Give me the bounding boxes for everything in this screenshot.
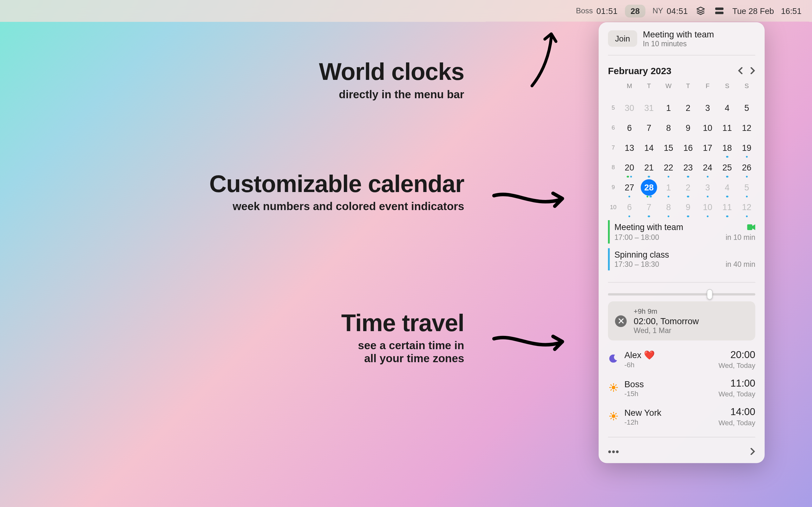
event-dots <box>707 215 709 217</box>
event-dots <box>628 195 630 198</box>
calendar-day[interactable]: 18 <box>722 138 732 157</box>
calendar-day[interactable]: 15 <box>664 138 673 157</box>
world-clock-boss[interactable]: Boss 01:51 <box>576 6 618 15</box>
prev-month-button[interactable] <box>738 66 743 76</box>
timezone-row[interactable]: New York-12h14:00Wed, Today <box>608 402 755 431</box>
event-item[interactable]: Meeting with team17:00 – 18:00in 10 min <box>608 220 755 244</box>
event-relative: in 40 min <box>726 261 756 269</box>
week-number: 7 <box>607 138 620 156</box>
calendar-day[interactable]: 10 <box>703 118 712 137</box>
calendar-day[interactable]: 6 <box>627 118 632 137</box>
next-event-sub: In 10 minutes <box>643 40 714 48</box>
video-icon <box>747 222 755 232</box>
menu-time[interactable]: 16:51 <box>781 6 802 15</box>
calendar-day[interactable]: 1 <box>666 99 671 117</box>
calendar-day[interactable]: 22 <box>664 158 673 177</box>
timezone-row[interactable]: Alex ❤️-6h20:00Wed, Today <box>608 345 755 374</box>
server-icon[interactable] <box>714 5 725 17</box>
event-item[interactable]: Spinning class17:30 – 18:30in 40 min <box>608 248 755 270</box>
chevron-right-icon[interactable] <box>750 447 756 457</box>
calendar-day[interactable]: 2 <box>686 99 691 117</box>
calendar-day[interactable]: 5 <box>745 99 749 117</box>
calendar-day[interactable]: 31 <box>644 99 654 117</box>
svg-line-17 <box>611 413 611 414</box>
annotation-title: World clocks <box>319 58 464 86</box>
week-number: 9 <box>607 178 620 195</box>
calendar-day[interactable]: 10 <box>703 198 712 217</box>
time-travel-slider[interactable] <box>599 288 764 301</box>
menu-date-badge[interactable]: 28 <box>625 4 646 17</box>
calendar-day[interactable]: 24 <box>703 158 712 177</box>
divider <box>608 55 755 55</box>
event-relative: in 10 min <box>726 233 756 242</box>
next-month-button[interactable] <box>750 66 756 76</box>
annotation-time-travel: Time travel see a certain time in all yo… <box>341 309 464 365</box>
calendar-day[interactable]: 17 <box>703 138 712 157</box>
calendar-day[interactable]: 11 <box>722 198 732 217</box>
tz-time: 14:00 <box>718 406 755 418</box>
tz-name: Alex ❤️ <box>624 350 655 360</box>
week-number: 6 <box>607 118 620 136</box>
more-button[interactable]: ••• <box>608 447 620 457</box>
calendar-day[interactable]: 2 <box>686 178 691 197</box>
time-travel-card: +9h 9m 02:00, Tomorrow Wed, 1 Mar <box>608 301 755 340</box>
calendar-day[interactable]: 5 <box>745 178 749 197</box>
calendar-day[interactable]: 27 <box>625 178 635 197</box>
menu-date[interactable]: Tue 28 Feb <box>732 6 774 15</box>
timezone-list: Alex ❤️-6h20:00Wed, TodayBoss-15h11:00We… <box>599 340 764 431</box>
slider-thumb[interactable] <box>707 289 712 299</box>
moon-icon <box>608 354 618 364</box>
calendar-day[interactable]: 11 <box>722 118 732 137</box>
event-dots <box>667 176 669 177</box>
timezone-row[interactable]: Boss-15h11:00Wed, Today <box>608 374 755 402</box>
calendar-day[interactable]: 28 <box>641 179 657 196</box>
calendar-day[interactable]: 8 <box>666 198 671 217</box>
event-title: Meeting with team <box>614 222 683 232</box>
calendar-day[interactable]: 20 <box>625 158 635 177</box>
calendar-day[interactable]: 1 <box>666 178 671 197</box>
calendar-day[interactable]: 8 <box>666 118 671 137</box>
tz-time: 20:00 <box>718 349 755 361</box>
close-icon[interactable] <box>615 315 627 327</box>
divider <box>608 437 755 438</box>
event-dots <box>726 156 728 158</box>
calendar-day[interactable]: 12 <box>742 118 751 137</box>
event-time: 17:30 – 18:30 <box>614 261 659 269</box>
calendar-day[interactable]: 14 <box>644 138 654 157</box>
calendar-day-header: S <box>737 80 757 97</box>
calendar-day[interactable]: 23 <box>683 158 693 177</box>
calendar-day[interactable]: 9 <box>686 198 691 217</box>
tz-sub: Wed, Today <box>718 361 755 370</box>
annotation-sub: see a certain time in <box>341 339 464 352</box>
annotation-world-clocks: World clocks directly in the menu bar <box>319 58 464 101</box>
annotation-title: Time travel <box>341 309 464 337</box>
calendar-day[interactable]: 7 <box>647 198 652 217</box>
calendar-day[interactable]: 6 <box>627 198 632 217</box>
join-button[interactable]: Join <box>608 31 637 47</box>
calendar-day-header: F <box>698 80 717 97</box>
event-dots <box>687 215 689 217</box>
stack-icon[interactable] <box>695 5 707 17</box>
calendar-day[interactable]: 4 <box>725 178 729 197</box>
menu-bar: Boss 01:51 28 NY 04:51 Tue 28 Feb 16:51 <box>0 0 812 21</box>
calendar-day[interactable]: 12 <box>742 198 751 217</box>
calendar-day[interactable]: 13 <box>625 138 635 157</box>
calendar-day[interactable]: 3 <box>705 178 710 197</box>
calendar-day[interactable]: 30 <box>625 99 635 117</box>
calendar-day[interactable]: 21 <box>644 158 654 177</box>
calendar-day-header: T <box>639 80 659 97</box>
calendar-day[interactable]: 4 <box>725 99 729 117</box>
svg-line-10 <box>611 389 611 390</box>
calendar-day[interactable]: 9 <box>686 118 691 137</box>
calendar-day[interactable]: 26 <box>742 158 751 177</box>
world-clock-ny[interactable]: NY 04:51 <box>653 6 688 15</box>
calendar-day[interactable]: 19 <box>742 138 751 157</box>
arrow-icon <box>491 187 567 210</box>
calendar-day[interactable]: 25 <box>722 158 732 177</box>
calendar-day[interactable]: 7 <box>647 118 652 137</box>
svg-rect-0 <box>715 8 723 10</box>
tt-time: 02:00, Tomorrow <box>634 316 699 326</box>
calendar-day[interactable]: 3 <box>705 99 710 117</box>
week-number: 8 <box>607 158 620 176</box>
calendar-day[interactable]: 16 <box>683 138 693 157</box>
